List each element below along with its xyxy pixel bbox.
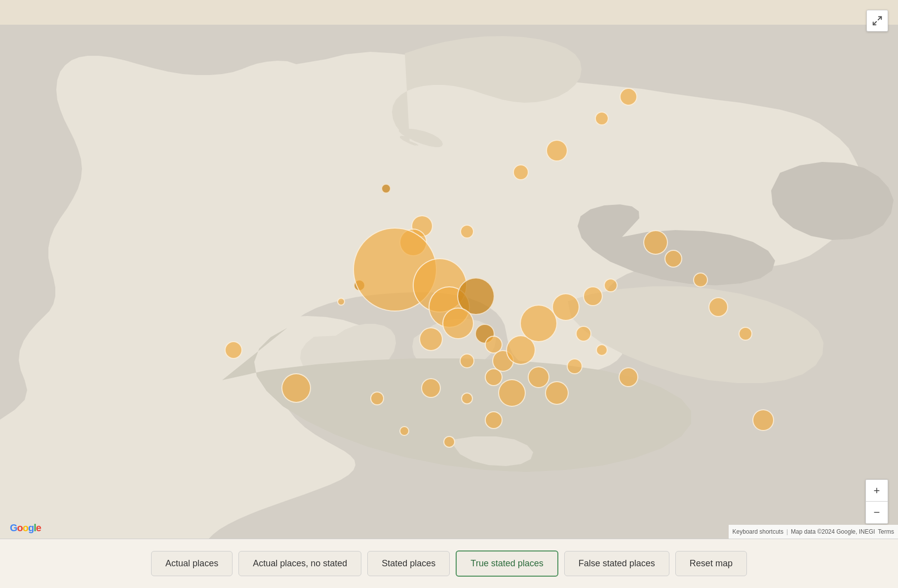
terms-link[interactable]: Terms bbox=[878, 528, 894, 535]
map-container: + − Google Keyboard shortcuts | Map data… bbox=[0, 0, 898, 588]
filter-btn-false-stated-places[interactable]: False stated places bbox=[564, 551, 669, 576]
filter-btn-true-stated-places[interactable]: True stated places bbox=[456, 550, 558, 577]
filter-btn-actual-places-no-stated[interactable]: Actual places, no stated bbox=[238, 551, 361, 576]
filter-buttons: Actual placesActual places, no statedSta… bbox=[0, 550, 898, 577]
attribution-bar: Keyboard shortcuts | Map data ©2024 Goog… bbox=[729, 525, 898, 539]
bottom-bar: Actual placesActual places, no statedSta… bbox=[0, 539, 898, 588]
map-data-text: Map data ©2024 Google, INEGI bbox=[791, 528, 875, 535]
filter-btn-reset-map[interactable]: Reset map bbox=[675, 551, 747, 576]
google-logo: Google bbox=[10, 522, 41, 534]
filter-btn-stated-places[interactable]: Stated places bbox=[367, 551, 450, 576]
filter-btn-actual-places[interactable]: Actual places bbox=[151, 551, 233, 576]
zoom-controls: + − bbox=[865, 479, 888, 524]
fullscreen-button[interactable] bbox=[866, 10, 888, 32]
map-background bbox=[0, 0, 898, 588]
keyboard-shortcuts-link[interactable]: Keyboard shortcuts bbox=[733, 528, 783, 535]
attribution-separator: | bbox=[786, 528, 788, 535]
zoom-in-button[interactable]: + bbox=[866, 480, 888, 502]
zoom-out-button[interactable]: − bbox=[866, 502, 888, 523]
